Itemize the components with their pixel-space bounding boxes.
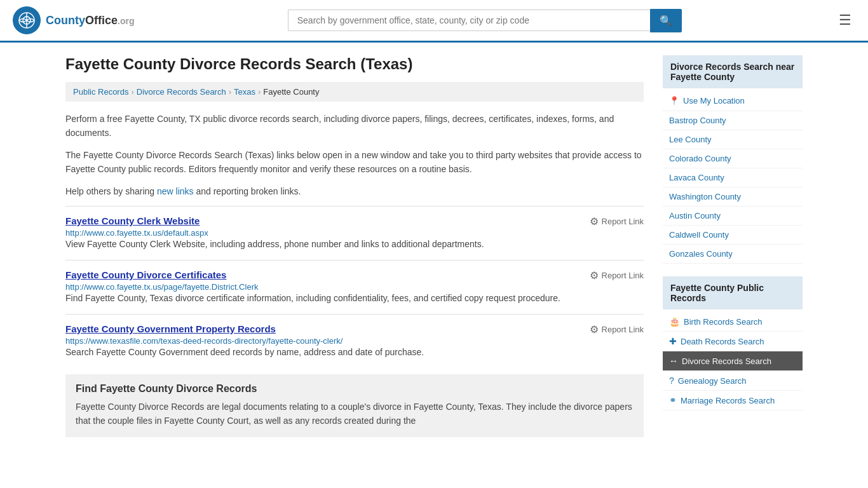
sidebar-public-records-header: Fayette County Public Records <box>663 276 803 309</box>
sidebar-public-records-section: Fayette County Public Records 🎂 Birth Re… <box>663 276 803 410</box>
logo-area: CountyOffice.org <box>13 6 134 34</box>
divorce-records-label: Divorce Records Search <box>682 356 771 366</box>
find-section-text: Fayette County Divorce Records are legal… <box>76 400 634 428</box>
marriage-records-label: Marriage Records Search <box>681 396 775 405</box>
header: CountyOffice.org 🔍 ☰ <box>0 0 868 43</box>
sidebar: Divorce Records Search near Fayette Coun… <box>663 55 803 437</box>
result-title-2[interactable]: Fayette County Divorce Certificates <box>65 269 226 280</box>
search-input[interactable] <box>288 10 650 31</box>
report-link-2[interactable]: ⚙ Report Link <box>590 269 644 281</box>
birth-records-label: Birth Records Search <box>684 317 763 327</box>
result-desc-2: Find Fayette County, Texas divorce certi… <box>65 292 644 305</box>
report-label-3: Report Link <box>602 325 644 334</box>
desc-para-2: The Fayette County Divorce Records Searc… <box>65 148 644 177</box>
breadcrumb-public-records[interactable]: Public Records <box>73 87 128 97</box>
desc-para-3-end: and reporting broken links. <box>194 186 301 196</box>
logo-office: Office <box>85 14 118 27</box>
result-desc-3: Search Fayette County Government deed re… <box>65 346 644 359</box>
sidebar-nearby-section: Divorce Records Search near Fayette Coun… <box>663 55 803 264</box>
new-links-link[interactable]: new links <box>157 186 194 196</box>
genealogy-label: Genealogy Search <box>678 376 747 386</box>
birth-icon: 🎂 <box>669 316 680 327</box>
result-url-1[interactable]: http://www.co.fayette.tx.us/default.aspx <box>65 228 208 238</box>
logo-text: CountyOffice.org <box>46 14 134 27</box>
find-section: Find Fayette County Divorce Records Faye… <box>65 374 644 437</box>
search-area: 🔍 <box>288 9 682 32</box>
desc-para-3: Help others by sharing new links and rep… <box>65 184 644 198</box>
result-item-2: Fayette County Divorce Certificates ⚙ Re… <box>65 260 644 314</box>
sidebar-caldwell[interactable]: Caldwell County <box>663 226 803 245</box>
desc-para-3-start: Help others by sharing <box>65 186 157 196</box>
sidebar-divorce-records[interactable]: ↔ Divorce Records Search <box>663 351 803 371</box>
sidebar-lavaca[interactable]: Lavaca County <box>663 168 803 187</box>
result-header-3: Fayette County Government Property Recor… <box>65 323 644 336</box>
marriage-icon: ⚭ <box>669 395 677 405</box>
hamburger-menu-icon[interactable]: ☰ <box>835 8 855 32</box>
report-icon-1: ⚙ <box>590 215 599 227</box>
location-pin-icon: 📍 <box>669 96 679 105</box>
genealogy-icon: ? <box>669 376 674 386</box>
report-link-3[interactable]: ⚙ Report Link <box>590 323 644 336</box>
result-header-2: Fayette County Divorce Certificates ⚙ Re… <box>65 269 644 281</box>
sidebar-lee[interactable]: Lee County <box>663 130 803 149</box>
result-item-3: Fayette County Government Property Recor… <box>65 314 644 368</box>
logo-brand: County <box>46 14 85 27</box>
result-item-1: Fayette County Clerk Website ⚙ Report Li… <box>65 206 644 260</box>
sidebar-death-records[interactable]: ✚ Death Records Search <box>663 332 803 351</box>
logo-icon <box>13 6 41 34</box>
breadcrumb-current: Fayette County <box>263 87 319 97</box>
logo-tld: .org <box>118 16 134 26</box>
content-area: Fayette County Divorce Records Search (T… <box>65 55 644 437</box>
result-url-2[interactable]: http://www.co.fayette.tx.us/page/fayette… <box>65 282 258 292</box>
report-label-2: Report Link <box>602 271 644 280</box>
sidebar-genealogy[interactable]: ? Genealogy Search <box>663 371 803 391</box>
sidebar-nearby-header: Divorce Records Search near Fayette Coun… <box>663 55 803 88</box>
use-my-location-link[interactable]: 📍 Use My Location <box>663 91 803 111</box>
sidebar-gonzales[interactable]: Gonzales County <box>663 245 803 264</box>
sidebar-washington[interactable]: Washington County <box>663 187 803 207</box>
sidebar-marriage-records[interactable]: ⚭ Marriage Records Search <box>663 391 803 410</box>
use-location-label: Use My Location <box>683 96 745 105</box>
result-url-3[interactable]: https://www.texasfile.com/texas-deed-rec… <box>65 336 342 346</box>
result-title-3[interactable]: Fayette County Government Property Recor… <box>65 323 276 334</box>
main-layout: Fayette County Divorce Records Search (T… <box>53 43 815 450</box>
breadcrumb-texas[interactable]: Texas <box>234 87 255 97</box>
sidebar-birth-records[interactable]: 🎂 Birth Records Search <box>663 312 803 332</box>
report-icon-3: ⚙ <box>590 323 599 336</box>
result-desc-1: View Fayette County Clerk Website, inclu… <box>65 238 644 251</box>
sidebar-colorado[interactable]: Colorado County <box>663 149 803 168</box>
search-button[interactable]: 🔍 <box>650 9 682 32</box>
report-link-1[interactable]: ⚙ Report Link <box>590 215 644 227</box>
desc-para-1: Perform a free Fayette County, TX public… <box>65 112 644 140</box>
report-label-1: Report Link <box>602 217 644 226</box>
report-icon-2: ⚙ <box>590 269 599 281</box>
breadcrumb-divorce-records[interactable]: Divorce Records Search <box>137 87 226 97</box>
page-title: Fayette County Divorce Records Search (T… <box>65 55 644 73</box>
sidebar-austin[interactable]: Austin County <box>663 207 803 226</box>
sidebar-bastrop[interactable]: Bastrop County <box>663 111 803 130</box>
result-title-1[interactable]: Fayette County Clerk Website <box>65 215 200 226</box>
result-header-1: Fayette County Clerk Website ⚙ Report Li… <box>65 215 644 227</box>
death-icon: ✚ <box>669 336 677 346</box>
divorce-icon: ↔ <box>669 356 678 366</box>
death-records-label: Death Records Search <box>681 337 764 346</box>
breadcrumb: Public Records › Divorce Records Search … <box>65 82 644 102</box>
find-section-title: Find Fayette County Divorce Records <box>76 383 634 395</box>
